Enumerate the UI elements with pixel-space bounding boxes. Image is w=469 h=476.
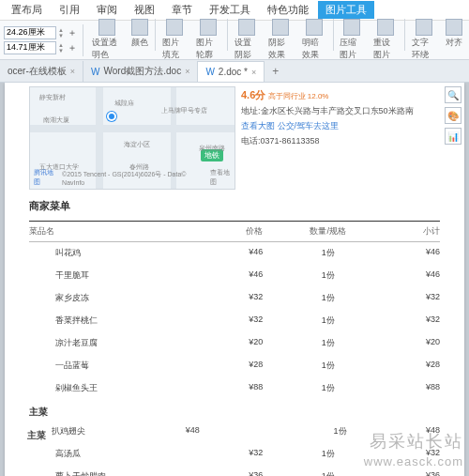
ribbon-icon <box>306 19 323 36</box>
ribbon-button[interactable]: 对齐 <box>443 19 465 61</box>
table-row: 家乡皮冻¥321份¥32 <box>29 287 440 310</box>
height-input[interactable] <box>4 26 56 39</box>
ribbon-button[interactable]: 颜色 <box>129 19 151 61</box>
side-tool[interactable]: 📊 <box>445 128 461 145</box>
ribbon-icon <box>131 19 148 36</box>
category-label: 主菜 <box>27 423 46 444</box>
ribbon-button[interactable]: 文字环绕 <box>409 19 439 61</box>
close-icon[interactable]: × <box>70 67 75 76</box>
doc-tab[interactable]: W2.doc *× <box>198 61 265 82</box>
ribbon-icon <box>166 19 183 36</box>
plus-icon[interactable]: ＋ <box>68 41 77 54</box>
menu-item[interactable]: 引用 <box>52 1 87 19</box>
ribbon-icon <box>416 19 432 36</box>
ribbon-icon <box>272 19 289 36</box>
table-header: 菜品名价格数量/规格小计 <box>29 221 440 242</box>
doc-tab[interactable]: ocer-在线模板× <box>0 61 83 82</box>
add-tab[interactable]: + <box>265 61 286 82</box>
menu-item[interactable]: 审阅 <box>89 1 125 19</box>
map-links[interactable]: 查看大图 公交/驾车去这里 <box>241 120 440 132</box>
page: 🔍🎨📊 地铁 静安新村 城隍庙 南湖大厦 上马牌甲号专店 海淀小区 五大道口大学… <box>5 83 464 476</box>
business-info: 4.6分 高于同行业 12.0% 地址:金水区长兴路与丰产路交叉口东50米路南 … <box>241 86 440 190</box>
watermark: 易采站长站 www.easck.com <box>364 430 463 470</box>
menu-bar: 置布局引用审阅视图章节开发工具特色功能图片工具 <box>0 0 469 21</box>
map-image: 地铁 静安新村 城隍庙 南湖大厦 上马牌甲号专店 海淀小区 五大道口大学 春州路… <box>29 86 235 190</box>
side-tool[interactable]: 🎨 <box>445 107 461 124</box>
table-row: 一品蓝莓¥281份¥28 <box>29 355 440 377</box>
rating: 4.6分 高于同行业 12.0% <box>241 88 440 102</box>
document-tabs: ocer-在线模板×WWord截图方法.doc×W2.doc *×+ <box>0 60 469 83</box>
ribbon-button[interactable]: 设置阴影 <box>232 19 262 61</box>
ribbon-icon <box>446 19 462 36</box>
side-tool[interactable]: 🔍 <box>445 86 461 103</box>
ribbon-icon <box>377 19 394 36</box>
menu-item[interactable]: 图片工具 <box>318 1 374 19</box>
inserted-image-block[interactable]: 地铁 静安新村 城隍庙 南湖大厦 上马牌甲号专店 海淀小区 五大道口大学 春州路… <box>29 86 440 190</box>
side-toolbar: 🔍🎨📊 <box>445 86 461 145</box>
ribbon-icon <box>343 19 360 36</box>
spinner[interactable]: ▲▼ <box>58 42 66 54</box>
menu-item[interactable]: 视图 <box>127 1 162 19</box>
ribbon-icon <box>98 19 115 36</box>
spinner[interactable]: ▲▼ <box>58 27 66 38</box>
ribbon-button[interactable]: 阴影效果 <box>265 19 295 61</box>
table-row: 干里脆耳¥461份¥46 <box>29 265 440 287</box>
map-footer: 腾讯地图©2015 Tencent - GS(2014)6026号 - Data… <box>34 168 234 187</box>
close-icon[interactable]: × <box>185 67 189 76</box>
doc-tab[interactable]: WWord截图方法.doc× <box>83 61 198 82</box>
document-area: 🔍🎨📊 地铁 静安新村 城隍庙 南湖大厦 上马牌甲号专店 海淀小区 五大道口大学… <box>0 83 469 476</box>
close-icon[interactable]: × <box>251 68 256 77</box>
ribbon-button[interactable]: 重设图片 <box>371 19 401 61</box>
table-row: 叫花鸡¥461份¥46 <box>29 242 440 265</box>
plus-icon[interactable]: ＋ <box>68 26 77 39</box>
ribbon-button[interactable]: 图片轮廓 <box>193 19 223 61</box>
menu-item[interactable]: 特色功能 <box>260 1 316 19</box>
menu-item[interactable]: 开发工具 <box>202 1 258 19</box>
table-row: 凉汁老豆腐¥201份¥20 <box>29 332 440 355</box>
ribbon-button[interactable]: 设置透明色 <box>89 19 125 61</box>
word-icon: W <box>91 67 99 77</box>
ribbon: ▲▼＋ ▲▼＋ 设置透明色颜色图片填充图片轮廓设置阴影阴影效果明暗效果压缩图片重… <box>0 21 469 60</box>
table-row: 剁椒鱼头王¥881份¥88 <box>29 377 440 400</box>
size-group: ▲▼＋ ▲▼＋ <box>4 26 77 54</box>
table-row: 香菜拌桃仁¥321份¥32 <box>29 310 440 332</box>
menu-item[interactable]: 章节 <box>164 1 200 19</box>
category-label: 主菜 <box>29 400 440 421</box>
ribbon-icon <box>238 19 255 36</box>
ribbon-button[interactable]: 明暗效果 <box>299 19 329 61</box>
width-input[interactable] <box>4 41 56 54</box>
map-pin-icon <box>107 112 116 121</box>
ribbon-button[interactable]: 压缩图片 <box>337 19 367 61</box>
ribbon-button[interactable]: 图片填充 <box>159 19 189 61</box>
ribbon-icon <box>200 19 217 36</box>
word-icon: W <box>205 67 214 77</box>
section-header: 商家菜单 <box>29 199 440 213</box>
menu-item[interactable]: 置布局 <box>4 1 50 19</box>
